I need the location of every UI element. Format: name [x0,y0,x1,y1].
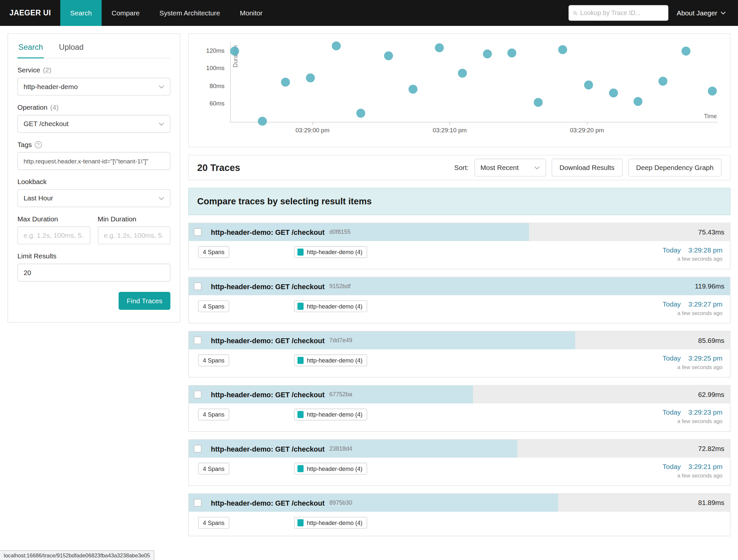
trace-time[interactable]: 3:29:25 pm [688,354,722,362]
trace-scatter-dot[interactable] [507,48,516,57]
scatter-plot [230,42,718,122]
nav-tab-search[interactable]: Search [60,0,101,26]
operation-select-value: GET /checkout [24,120,68,128]
deep-dependency-graph-button[interactable]: Deep Dependency Graph [628,159,721,177]
trace-day[interactable]: Today [663,246,681,254]
trace-scatter-dot[interactable] [708,86,717,95]
x-tick-mark [449,122,450,125]
trace-scatter-dot[interactable] [585,80,593,89]
operation-label: Operation(4) [17,103,170,111]
trace-title[interactable]: http-header-demo: GET /checkout [211,282,325,290]
service-chip-label: http-header-demo (4) [307,519,362,526]
trace-title[interactable]: http-header-demo: GET /checkout [211,445,325,453]
trace-scatter-dot[interactable] [659,77,667,85]
trace-scatter-dot[interactable] [483,49,491,58]
trace-select-checkbox[interactable] [194,337,202,344]
trace-header-link[interactable]: http-header-demo: GET /checkout 7dd7e49 … [189,331,730,349]
trace-scatter-dot[interactable] [332,42,341,50]
x-tick-mark [312,122,313,125]
trace-scatter-dot[interactable] [435,43,444,52]
app-logo[interactable]: JAEGER UI [0,0,60,26]
download-results-button[interactable]: Download Results [551,159,623,177]
tab-upload[interactable]: Upload [58,36,84,58]
trace-id: 9152bdf [329,283,351,289]
trace-id: 8975b30 [329,499,352,506]
results-header: 20 Traces Sort: Most Recent Download Res… [188,155,730,181]
trace-scatter-dot[interactable] [533,98,542,107]
trace-header-link[interactable]: http-header-demo: GET /checkout 67752ba … [189,385,730,403]
y-tick-label: 120ms [189,47,224,54]
nav-spacer [272,0,569,26]
sort-select[interactable]: Most Recent [474,159,546,177]
max-duration-input[interactable] [17,226,90,244]
trace-duration: 85.69ms [698,331,730,349]
trace-duration: 75.43ms [698,223,730,241]
trace-title[interactable]: http-header-demo: GET /checkout [211,499,325,507]
trace-time[interactable]: 3:29:23 pm [688,409,722,416]
nav-tab-system-architecture[interactable]: System Architecture [149,0,230,26]
trace-scatter-dot[interactable] [682,47,691,56]
sort-select-value: Most Recent [480,164,518,171]
trace-header-link[interactable]: http-header-demo: GET /checkout 9152bdf … [189,277,730,295]
tab-search[interactable]: Search [17,36,44,58]
limit-results-input[interactable] [17,264,170,282]
trace-scatter-dot[interactable] [558,45,567,54]
operation-select[interactable]: GET /checkout [17,115,170,133]
trace-scatter-dot[interactable] [306,73,315,82]
min-duration-input[interactable] [97,226,170,244]
results-column: Duration Time 60ms80ms100ms120ms03:29:00… [188,33,730,536]
chevron-down-icon [721,11,726,15]
trace-title[interactable]: http-header-demo: GET /checkout [211,336,325,344]
nav-tab-monitor[interactable]: Monitor [230,0,272,26]
tags-input[interactable] [17,152,170,170]
trace-day[interactable]: Today [663,409,681,416]
trace-select-checkbox[interactable] [194,499,202,507]
trace-title[interactable]: http-header-demo: GET /checkout [211,390,325,398]
trace-day[interactable]: Today [663,354,681,362]
lookback-select[interactable]: Last Hour [17,189,170,207]
trace-day[interactable]: Today [663,463,681,470]
trace-relative-time: a few seconds ago [663,256,723,262]
find-traces-button[interactable]: Find Traces [119,292,170,310]
trace-scatter-dot[interactable] [609,88,618,97]
trace-scatter-dot[interactable] [357,109,365,117]
service-select[interactable]: http-header-demo [17,78,170,96]
service-chip-label: http-header-demo (4) [307,303,362,309]
trace-select-checkbox[interactable] [194,445,202,452]
service-chip-label: http-header-demo (4) [307,465,362,472]
trace-select-checkbox[interactable] [194,283,202,290]
trace-header-link[interactable]: http-header-demo: GET /checkout 8975b30 … [189,494,730,512]
trace-scatter-dot[interactable] [281,78,290,86]
trace-scatter-dot[interactable] [230,47,239,56]
trace-select-checkbox[interactable] [194,228,202,236]
trace-id-lookup-box[interactable] [569,5,668,21]
trace-id-input[interactable] [580,9,663,17]
trace-scatter-dot[interactable] [634,97,642,106]
chevron-down-icon [158,197,164,200]
trace-scatter-dot[interactable] [458,69,467,78]
trace-result-card: http-header-demo: GET /checkout 23818d4 … [188,439,730,486]
trace-scatter-dot[interactable] [409,85,417,94]
trace-time[interactable]: 3:29:21 pm [688,463,722,470]
trace-scatter-dot[interactable] [384,51,393,60]
trace-day[interactable]: Today [663,300,681,308]
trace-header-link[interactable]: http-header-demo: GET /checkout d0f8155 … [189,223,730,241]
trace-header-link[interactable]: http-header-demo: GET /checkout 23818d4 … [189,440,730,458]
about-jaeger-menu[interactable]: About Jaeger [677,0,726,26]
trace-id: 7dd7e49 [329,337,352,343]
trace-time[interactable]: 3:29:27 pm [688,300,722,308]
trace-title[interactable]: http-header-demo: GET /checkout [211,228,325,236]
top-navbar: JAEGER UI Search Compare System Architec… [0,0,738,26]
trace-time[interactable]: 3:29:28 pm [688,246,722,254]
trace-body: 4 Spans http-header-demo (4) [189,512,730,536]
service-label: Service(2) [17,66,170,74]
about-jaeger-label: About Jaeger [677,9,717,17]
help-icon[interactable]: ? [35,141,42,149]
trace-select-checkbox[interactable] [194,391,202,398]
x-tick-mark [587,122,588,125]
service-chip: http-header-demo (4) [294,246,367,258]
trace-scatter-dot[interactable] [258,116,267,125]
service-color-swatch [297,411,304,418]
nav-tab-compare[interactable]: Compare [102,0,149,26]
trace-relative-time: a few seconds ago [663,418,723,424]
